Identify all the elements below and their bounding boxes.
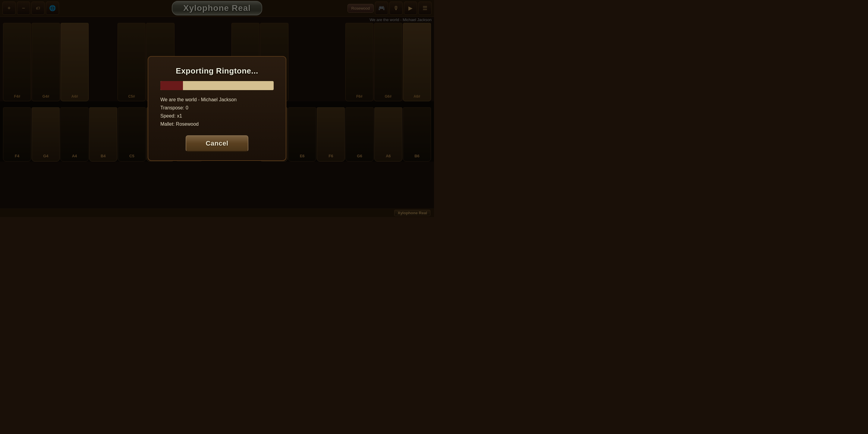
modal-mallet: Mallet: Rosewood [160,120,274,128]
progress-bar-fill [160,81,183,90]
cancel-button[interactable]: Cancel [186,135,248,152]
modal-info: We are the world - Michael Jackson Trans… [160,96,274,128]
modal-overlay: Exporting Ringtone... We are the world -… [0,0,434,217]
progress-bar-container [160,81,274,90]
modal-transpose: Transpose: 0 [160,104,274,112]
modal-speed: Speed: x1 [160,112,274,120]
modal-song: We are the world - Michael Jackson [160,96,274,104]
modal-title: Exporting Ringtone... [176,66,258,76]
export-modal: Exporting Ringtone... We are the world -… [148,56,286,161]
